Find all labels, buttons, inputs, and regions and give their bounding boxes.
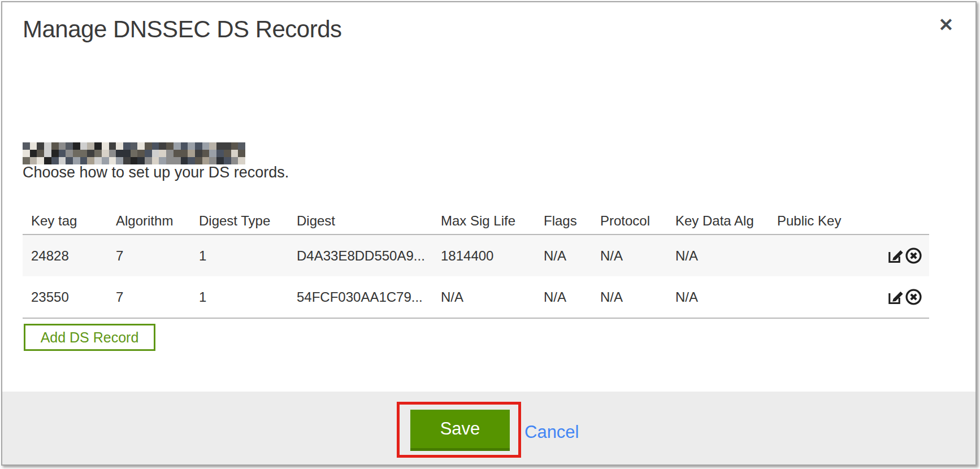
cell-flags: N/A — [535, 248, 592, 264]
column-header-digest: Digest — [288, 213, 432, 229]
delete-record-button[interactable] — [905, 288, 922, 306]
dnssec-modal: Manage DNSSEC DS Records ✕ Choose how to… — [1, 1, 977, 466]
delete-icon — [905, 288, 922, 306]
cell-digest: 54FCF030AA1C79... — [288, 289, 432, 305]
cell-key-data-alg: N/A — [667, 248, 769, 264]
column-header-max-sig-life: Max Sig Life — [432, 213, 535, 229]
cell-key-tag: 24828 — [23, 248, 107, 264]
cancel-link[interactable]: Cancel — [524, 422, 579, 442]
close-button[interactable]: ✕ — [934, 12, 959, 37]
column-header-protocol: Protocol — [592, 213, 667, 229]
cell-algorithm: 7 — [107, 289, 190, 305]
column-header-digest-type: Digest Type — [190, 213, 288, 229]
row-actions — [882, 288, 929, 306]
column-header-algorithm: Algorithm — [107, 213, 190, 229]
save-button[interactable]: Save — [410, 410, 510, 451]
add-ds-record-button[interactable]: Add DS Record — [24, 324, 155, 351]
cell-digest-type: 1 — [190, 248, 288, 264]
domain-redacted — [23, 142, 245, 164]
edit-icon — [886, 288, 904, 306]
cell-digest-type: 1 — [190, 289, 288, 305]
cell-key-data-alg: N/A — [667, 289, 769, 305]
table-row: 23550 7 1 54FCF030AA1C79... N/A N/A N/A … — [23, 276, 929, 319]
close-icon: ✕ — [939, 15, 954, 35]
edit-record-button[interactable] — [886, 247, 904, 265]
page-title: Manage DNSSEC DS Records — [23, 16, 342, 43]
cell-protocol: N/A — [592, 289, 667, 305]
cell-max-sig-life: N/A — [432, 289, 535, 305]
delete-icon — [905, 247, 922, 264]
column-header-flags: Flags — [535, 213, 592, 229]
table-row: 24828 7 1 D4A33E8DD550A9... 1814400 N/A … — [23, 234, 929, 276]
delete-record-button[interactable] — [905, 247, 922, 265]
cell-flags: N/A — [535, 289, 592, 305]
column-header-key-data-alg: Key Data Alg — [667, 213, 769, 229]
edit-record-button[interactable] — [886, 288, 904, 306]
cell-key-tag: 23550 — [23, 289, 107, 305]
edit-icon — [886, 247, 904, 264]
ds-records-table: Key tag Algorithm Digest Type Digest Max… — [23, 208, 929, 319]
row-actions — [882, 247, 929, 265]
column-header-key-tag: Key tag — [23, 213, 107, 229]
cell-digest: D4A33E8DD550A9... — [288, 248, 432, 264]
cell-max-sig-life: 1814400 — [432, 248, 535, 264]
table-header-row: Key tag Algorithm Digest Type Digest Max… — [23, 208, 929, 234]
cell-algorithm: 7 — [107, 248, 190, 264]
instruction-text: Choose how to set up your DS records. — [23, 164, 289, 181]
cell-protocol: N/A — [592, 248, 667, 264]
column-header-public-key: Public Key — [769, 213, 882, 229]
